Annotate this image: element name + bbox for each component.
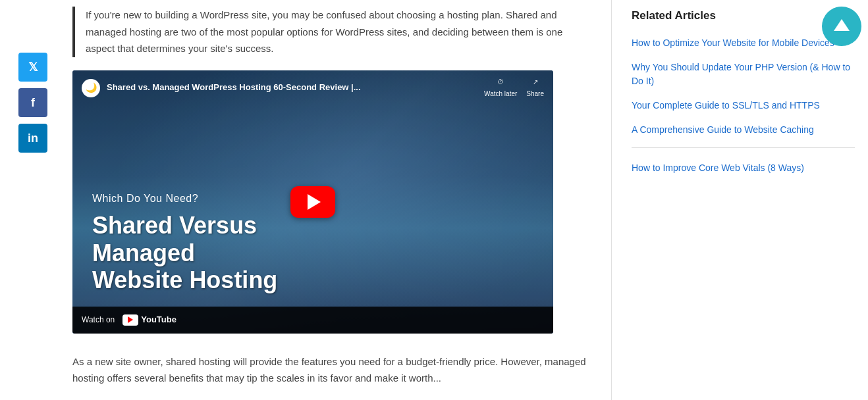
watch-later-label: Watch later — [484, 89, 517, 99]
twitter-icon: 𝕏 — [28, 60, 38, 74]
linkedin-share-button[interactable]: in — [18, 124, 47, 153]
right-sidebar: Related Articles How to Optimize Your We… — [611, 0, 868, 400]
intro-paragraph: If you're new to building a WordPress si… — [72, 7, 591, 57]
video-channel-logo: 🌙 — [82, 79, 100, 97]
play-triangle-icon — [308, 194, 321, 210]
video-title: Shared vs. Managed WordPress Hosting 60-… — [107, 81, 477, 95]
video-subtitle: Which Do You Need? — [92, 190, 277, 207]
twitter-share-button[interactable]: 𝕏 — [18, 53, 47, 82]
page-wrapper: 𝕏 f in If you're new to building a WordP… — [0, 0, 868, 400]
video-title-line1: Shared Versus — [92, 212, 277, 239]
social-sidebar: 𝕏 f in — [0, 0, 59, 400]
facebook-share-button[interactable]: f — [18, 88, 47, 117]
related-articles-title: Related Articles — [632, 7, 855, 24]
youtube-icon — [122, 314, 138, 326]
logo-chevron-icon — [834, 19, 850, 34]
youtube-logo: YouTube — [122, 313, 176, 327]
watch-on-text: Watch on — [82, 314, 115, 326]
related-article-link-4[interactable]: How to Improve Core Web Vitals (8 Ways) — [632, 161, 855, 175]
sidebar-divider — [632, 147, 855, 148]
site-logo[interactable] — [822, 7, 861, 46]
facebook-icon: f — [31, 96, 35, 110]
youtube-text: YouTube — [141, 313, 176, 327]
linkedin-icon: in — [28, 132, 38, 145]
share-icon: ↗ — [533, 77, 538, 88]
article-body: As a new site owner, shared hosting will… — [72, 353, 591, 387]
watch-later-button[interactable]: ⏱ Watch later — [484, 77, 517, 99]
chevron-up-icon — [834, 19, 850, 31]
youtube-play-icon — [128, 316, 133, 323]
video-main-title: Shared Versus Managed Website Hosting — [92, 212, 277, 293]
video-text-overlay: Which Do You Need? Shared Versus Managed… — [92, 190, 277, 294]
share-label: Share — [526, 89, 544, 99]
share-button[interactable]: ↗ Share — [526, 77, 544, 99]
related-article-link-2[interactable]: Your Complete Guide to SSL/TLS and HTTPS — [632, 99, 855, 113]
related-article-link-0[interactable]: How to Optimize Your Website for Mobile … — [632, 36, 855, 50]
video-title-line3: Website Hosting — [92, 266, 277, 293]
video-bottom-bar: Watch on YouTube — [72, 307, 553, 334]
main-content: If you're new to building a WordPress si… — [59, 0, 611, 400]
related-article-link-1[interactable]: Why You Should Update Your PHP Version (… — [632, 61, 855, 88]
related-article-link-3[interactable]: A Comprehensive Guide to Website Caching — [632, 123, 855, 137]
play-button[interactable] — [290, 186, 335, 218]
video-top-bar: 🌙 Shared vs. Managed WordPress Hosting 6… — [72, 70, 553, 106]
video-action-icons: ⏱ Watch later ↗ Share — [484, 77, 544, 99]
video-embed[interactable]: 🌙 Shared vs. Managed WordPress Hosting 6… — [72, 70, 553, 334]
moon-icon: 🌙 — [86, 80, 97, 95]
video-title-line2: Managed — [92, 239, 277, 266]
clock-icon: ⏱ — [497, 77, 504, 88]
